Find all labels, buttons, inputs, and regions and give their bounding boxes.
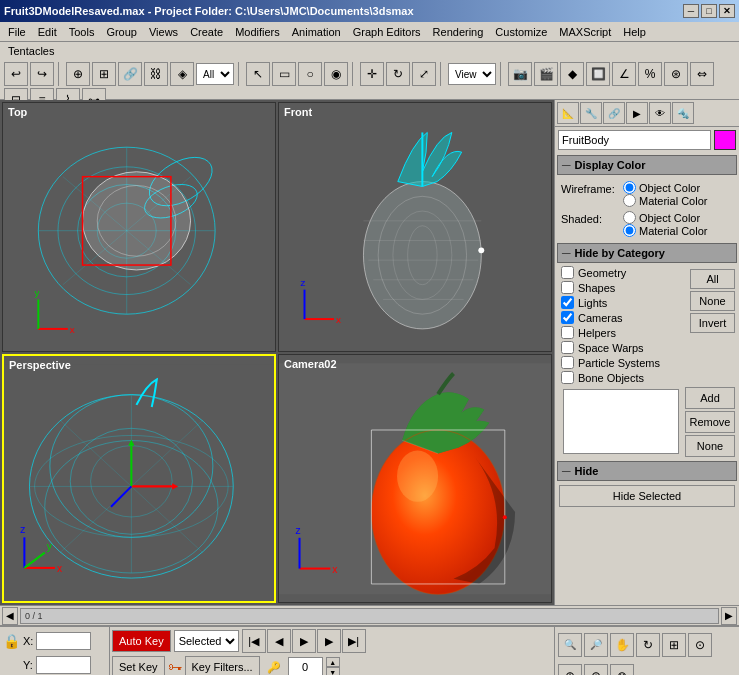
menu-animation[interactable]: Animation [286, 24, 347, 40]
lights-checkbox[interactable] [561, 296, 574, 309]
viewport-camera[interactable]: Camera02 [278, 354, 552, 604]
scale-tool[interactable]: ⤢ [412, 62, 436, 86]
spinner-snap[interactable]: ⊛ [664, 62, 688, 86]
viewport-top[interactable]: Top x [2, 102, 276, 352]
view-dropdown[interactable]: View [448, 63, 496, 85]
goto-start-button[interactable]: |◀ [242, 629, 266, 653]
y-input[interactable] [36, 656, 91, 674]
play-button[interactable]: ▶ [292, 629, 316, 653]
geometry-checkbox[interactable] [561, 266, 574, 279]
goto-end-button[interactable]: ▶| [342, 629, 366, 653]
minimize-button[interactable]: ─ [683, 4, 699, 18]
menu-graph-editors[interactable]: Graph Editors [347, 24, 427, 40]
autokey-button[interactable]: Auto Key [112, 630, 171, 652]
wireframe-material-color-radio[interactable]: Material Color [623, 194, 707, 207]
frame-down-button[interactable]: ▼ [326, 667, 340, 675]
arc-rotate-button[interactable]: ↻ [636, 633, 660, 657]
space-warps-checkbox[interactable] [561, 341, 574, 354]
redo-button[interactable]: ↪ [30, 62, 54, 86]
select-region-button[interactable]: ⊞ [92, 62, 116, 86]
none-button[interactable]: None [690, 291, 735, 311]
setkey-button[interactable]: Set Key [112, 656, 165, 675]
selected-dropdown[interactable]: Selected [174, 630, 239, 652]
snap-toggle[interactable]: 🔲 [586, 62, 610, 86]
particle-systems-checkbox[interactable] [561, 356, 574, 369]
select-button[interactable]: ⊕ [66, 62, 90, 86]
zoom-extents-all-button[interactable]: 🔎 [584, 633, 608, 657]
percent-snap[interactable]: % [638, 62, 662, 86]
rotate-tool[interactable]: ↻ [386, 62, 410, 86]
panel-display-icon[interactable]: 📐 [557, 102, 579, 124]
frame-up-button[interactable]: ▲ [326, 657, 340, 667]
menu-customize[interactable]: Customize [489, 24, 553, 40]
menu-rendering[interactable]: Rendering [427, 24, 490, 40]
dolly-button[interactable]: ⊕ [558, 664, 582, 675]
invert-button[interactable]: Invert [690, 313, 735, 333]
mirror-tool[interactable]: ⇔ [690, 62, 714, 86]
x-input[interactable] [36, 632, 91, 650]
orbit-button[interactable]: ⊛ [584, 664, 608, 675]
select-region-rect[interactable]: ▭ [272, 62, 296, 86]
viewport-front[interactable]: Front [278, 102, 552, 352]
shaded-material-color-radio[interactable]: Material Color [623, 224, 707, 237]
filter-dropdown[interactable]: All [196, 63, 234, 85]
timeline-next-button[interactable]: ▶ [721, 607, 737, 625]
menu-create[interactable]: Create [184, 24, 229, 40]
undo-button[interactable]: ↩ [4, 62, 28, 86]
timeline-prev-button[interactable]: ◀ [2, 607, 18, 625]
display-color-section-header[interactable]: ─ Display Color [557, 155, 737, 175]
keyfilters-button[interactable]: Key Filters... [185, 656, 260, 675]
pan-button[interactable]: ✋ [610, 633, 634, 657]
field-of-view-button[interactable]: ⊙ [688, 633, 712, 657]
panel-hierarchy-icon[interactable]: 🔗 [603, 102, 625, 124]
menu-views[interactable]: Views [143, 24, 184, 40]
panel-utilities-icon[interactable]: 🔩 [672, 102, 694, 124]
object-color-swatch[interactable] [714, 130, 736, 150]
timeline-track[interactable]: 0 / 1 [20, 608, 719, 624]
panel-motion-icon[interactable]: ▶ [626, 102, 648, 124]
render-setup-button[interactable]: 📷 [508, 62, 532, 86]
select-region-fence[interactable]: ◉ [324, 62, 348, 86]
menu-maxscript[interactable]: MAXScript [553, 24, 617, 40]
frame-input[interactable] [288, 657, 323, 675]
object-list[interactable] [563, 389, 679, 454]
walk-button[interactable]: ⊗ [610, 664, 634, 675]
angle-snap[interactable]: ∠ [612, 62, 636, 86]
remove-button[interactable]: Remove [685, 411, 735, 433]
add-button[interactable]: Add [685, 387, 735, 409]
prev-frame-button[interactable]: ◀ [267, 629, 291, 653]
link-button[interactable]: 🔗 [118, 62, 142, 86]
bind-button[interactable]: ◈ [170, 62, 194, 86]
all-button[interactable]: All [690, 269, 735, 289]
menu-edit[interactable]: Edit [32, 24, 63, 40]
maximize-viewport-button[interactable]: ⊞ [662, 633, 686, 657]
menu-tools[interactable]: Tools [63, 24, 101, 40]
render-button[interactable]: 🎬 [534, 62, 558, 86]
viewport-perspective[interactable]: Perspective [2, 354, 276, 604]
maximize-button[interactable]: □ [701, 4, 717, 18]
menu-help[interactable]: Help [617, 24, 652, 40]
bone-objects-checkbox[interactable] [561, 371, 574, 384]
helpers-checkbox[interactable] [561, 326, 574, 339]
hide-section-header[interactable]: ─ Hide [557, 461, 737, 481]
wireframe-object-color-radio[interactable]: Object Color [623, 181, 707, 194]
zoom-extents-button[interactable]: 🔍 [558, 633, 582, 657]
unlink-button[interactable]: ⛓ [144, 62, 168, 86]
hide-by-category-section-header[interactable]: ─ Hide by Category [557, 243, 737, 263]
cameras-checkbox[interactable] [561, 311, 574, 324]
close-button[interactable]: ✕ [719, 4, 735, 18]
menu-file[interactable]: File [2, 24, 32, 40]
select-region-circle[interactable]: ○ [298, 62, 322, 86]
move-tool[interactable]: ✛ [360, 62, 384, 86]
next-frame-button[interactable]: ▶ [317, 629, 341, 653]
menu-group[interactable]: Group [100, 24, 143, 40]
material-button[interactable]: ◆ [560, 62, 584, 86]
menu-tentacles[interactable]: Tentacles [2, 43, 60, 59]
shapes-checkbox[interactable] [561, 281, 574, 294]
shaded-object-color-radio[interactable]: Object Color [623, 211, 707, 224]
hide-selected-button[interactable]: Hide Selected [559, 485, 735, 507]
panel-display-properties-icon[interactable]: 👁 [649, 102, 671, 124]
object-name-input[interactable] [558, 130, 711, 150]
menu-modifiers[interactable]: Modifiers [229, 24, 286, 40]
list-none-button[interactable]: None [685, 435, 735, 457]
